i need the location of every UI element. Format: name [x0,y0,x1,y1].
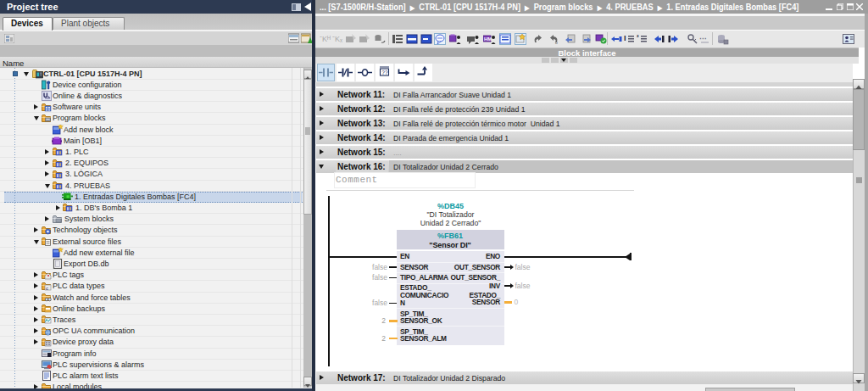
svg-text:ˉKₓ: ˉKₓ [332,35,342,43]
svg-text:HM: HM [484,36,492,42]
svg-text:²: ² [637,34,639,42]
svg-text:c: c [46,285,48,290]
svg-text:ˉKᴴ: ˉKᴴ [320,35,331,43]
svg-text:o: o [555,40,558,45]
svg-text:⋯: ⋯ [699,35,706,42]
svg-text:I: I [624,34,626,42]
svg-text:??: ?? [381,69,388,75]
